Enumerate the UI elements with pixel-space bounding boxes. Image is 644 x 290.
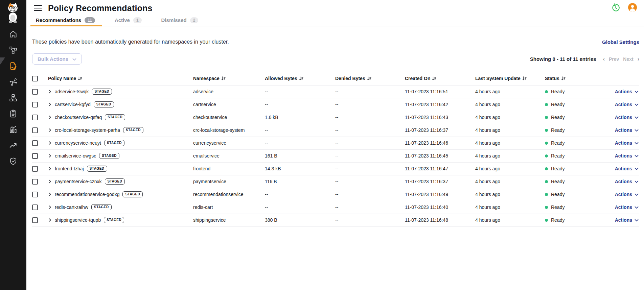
profile-button[interactable] [628,3,637,13]
column-header[interactable]: Denied Bytes [335,73,405,85]
tab-label: Dismissed [161,17,187,23]
tab-label: Recommendations [36,17,81,23]
global-settings-link[interactable]: Global Settings [602,39,639,45]
row-checkbox[interactable] [32,115,38,120]
expand-row-chevron-icon[interactable] [48,89,52,94]
column-header[interactable]: Status [545,73,597,85]
sort-icon[interactable] [365,76,371,81]
sidebar-item-trend[interactable] [8,142,18,150]
expand-row-chevron-icon[interactable] [48,179,52,184]
row-actions-button[interactable]: Actions [615,217,639,223]
sort-icon[interactable] [559,76,566,81]
bulk-actions-button[interactable]: Bulk Actions [32,53,82,65]
select-all-checkbox[interactable] [32,76,38,81]
tab-dismissed[interactable]: Dismissed 2 [159,16,201,26]
allowed-bytes-cell: -- [265,188,335,201]
row-actions-button[interactable]: Actions [615,153,639,159]
status-text: Ready [551,179,565,184]
column-header[interactable]: Created On [405,73,475,85]
column-header[interactable]: Allowed Bytes [265,73,335,85]
sidebar-item-policy-recommendations[interactable] [8,62,18,71]
expand-row-chevron-icon[interactable] [48,153,52,158]
row-actions-button[interactable]: Actions [615,179,639,184]
column-header-label: Namespace [193,76,220,81]
sort-icon[interactable] [297,76,303,81]
namespace-cell: frontend [193,162,265,175]
allowed-bytes-cell: 161 B [265,149,335,162]
row-checkbox[interactable] [32,140,38,146]
sidebar-item-analytics[interactable] [8,126,18,135]
content: These policies have been automatically g… [26,26,644,290]
next-button[interactable]: Next [623,56,633,62]
tab-active[interactable]: Active 1 [113,16,144,26]
allowed-bytes-cell: 1.6 kB [265,111,335,124]
row-checkbox[interactable] [32,217,38,223]
cat-mascot-logo[interactable] [4,2,23,23]
sort-icon[interactable] [76,76,82,81]
column-header[interactable]: Policy Name [48,73,193,85]
denied-bytes-cell: -- [335,98,405,111]
row-checkbox[interactable] [32,89,38,95]
sidebar-item-home[interactable] [8,30,18,39]
expand-row-chevron-icon[interactable] [48,141,52,145]
policy-name: redis-cart-zaihw [55,204,88,210]
history-button[interactable] [611,3,620,13]
table-row: redis-cart-zaihwSTAGEDredis-cart----11-0… [32,201,639,214]
denied-bytes-cell: -- [335,149,405,162]
row-checkbox[interactable] [32,204,38,210]
tab-recommendations[interactable]: Recommendations 11 [34,16,97,26]
staged-badge: STAGED [104,140,124,146]
row-actions-button[interactable]: Actions [615,140,639,146]
denied-bytes-cell: -- [335,201,405,214]
hamburger-menu-icon[interactable] [34,5,42,11]
network-graph-icon [9,77,18,88]
allowed-bytes-cell: -- [265,124,335,137]
expand-row-chevron-icon[interactable] [48,166,52,171]
expand-row-chevron-icon[interactable] [48,115,52,120]
topbar: Policy Recommendations [26,0,644,16]
sidebar-item-security[interactable] [8,158,18,166]
row-actions-button[interactable]: Actions [615,127,639,133]
sidebar-item-sitemap[interactable] [8,94,18,103]
expand-row-chevron-icon[interactable] [48,205,52,210]
denied-bytes-cell: -- [335,175,405,188]
sort-icon[interactable] [430,76,436,81]
created-on-cell: 11-07-2023 11:16:51 [405,85,475,98]
chevron-down-icon [635,140,639,146]
policy-name: currencyservice-neuyt [55,140,101,146]
table-row: adservice-tswqkSTAGEDadservice----11-07-… [32,85,639,98]
last-update-cell: 4 hours ago [475,201,545,214]
row-actions-button[interactable]: Actions [615,204,639,210]
table-row: currencyservice-neuytSTAGEDcurrencyservi… [32,137,639,149]
expand-row-chevron-icon[interactable] [48,192,52,197]
namespace-cell: cartservice [193,98,265,111]
row-actions-button[interactable]: Actions [615,89,639,94]
row-actions-button[interactable]: Actions [615,102,639,107]
sidebar-item-clipboard[interactable] [8,110,18,119]
row-checkbox[interactable] [32,179,38,185]
row-checkbox[interactable] [32,153,38,159]
column-header[interactable]: Last System Update [475,73,545,85]
row-checkbox[interactable] [32,166,38,172]
expand-row-chevron-icon[interactable] [48,218,52,222]
status-dot-icon [545,90,548,93]
row-actions-button[interactable]: Actions [615,192,639,197]
column-header-label: Created On [405,76,430,81]
sidebar-item-network-graph[interactable] [8,78,18,87]
prev-button[interactable]: Prev [609,56,619,62]
row-actions-button[interactable]: Actions [615,115,639,120]
next-chevron-icon[interactable]: › [638,56,639,62]
row-checkbox[interactable] [32,102,38,107]
denied-bytes-cell: -- [335,124,405,137]
table-row: frontend-tzhajSTAGEDfrontend14.3 kB--11-… [32,162,639,175]
sort-icon[interactable] [220,76,226,81]
expand-row-chevron-icon[interactable] [48,102,52,107]
row-checkbox[interactable] [32,192,38,197]
sort-icon[interactable] [521,76,527,81]
row-checkbox[interactable] [32,127,38,133]
sidebar-item-topology[interactable] [8,46,18,55]
prev-chevron-icon[interactable]: ‹ [603,56,605,62]
expand-row-chevron-icon[interactable] [48,128,52,132]
row-actions-button[interactable]: Actions [615,166,639,171]
column-header[interactable]: Namespace [193,73,265,85]
